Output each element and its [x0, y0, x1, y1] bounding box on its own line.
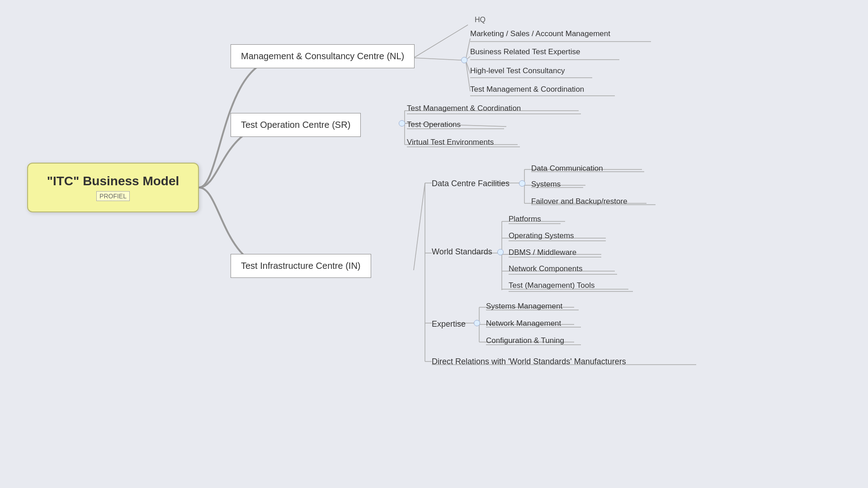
- leaf-network-comp: Network Components: [509, 264, 582, 273]
- branch-management-label: Management & Consultancy Centre (NL): [241, 51, 404, 61]
- leaf-dbms: DBMS / Middleware: [509, 248, 576, 257]
- leaf-platforms: Platforms: [509, 215, 541, 224]
- central-node-subtitle: PROFIEL: [96, 191, 130, 201]
- leaf-test-mgmt-tools: Test (Management) Tools: [509, 281, 595, 290]
- expand-test-operation[interactable]: [399, 120, 405, 127]
- sub-expertise: Expertise: [432, 319, 466, 329]
- expand-expertise[interactable]: [474, 320, 480, 326]
- sub-data-centre: Data Centre Facilities: [432, 179, 509, 188]
- leaf-network-mgmt: Network Management: [486, 319, 561, 328]
- branch-management[interactable]: Management & Consultancy Centre (NL): [231, 44, 415, 68]
- connectors-svg: [0, 0, 868, 488]
- mindmap-canvas: "ITC" Business Model PROFIEL Management …: [0, 0, 868, 488]
- svg-line-4: [466, 60, 470, 91]
- leaf-data-comm: Data Communication: [531, 164, 603, 173]
- leaf-systems: Systems: [531, 180, 561, 189]
- leaf-test-mgmt-coord: Test Management & Coordination: [407, 104, 521, 113]
- svg-line-1: [466, 38, 470, 60]
- leaf-config-tuning: Configuration & Tuning: [486, 336, 564, 345]
- leaf-marketing: Marketing / Sales / Account Management: [470, 29, 610, 38]
- leaf-test-operations: Test Operations: [407, 120, 461, 129]
- branch-test-infrastructure[interactable]: Test Infrastructure Centre (IN): [231, 254, 371, 278]
- expand-world-standards[interactable]: [497, 249, 504, 255]
- expand-data-centre[interactable]: [519, 180, 525, 187]
- central-node-title: "ITC" Business Model: [47, 174, 179, 188]
- leaf-failover: Failover and Backup/restore: [531, 197, 627, 206]
- svg-line-0: [414, 25, 468, 58]
- leaf-virtual-test: Virtual Test Environments: [407, 138, 494, 147]
- leaf-systems-mgmt: Systems Management: [486, 302, 562, 311]
- svg-line-18: [414, 183, 425, 270]
- branch-test-operation-label: Test Operation Centre (SR): [241, 120, 350, 130]
- sub-world-standards: World Standards: [432, 247, 492, 257]
- leaf-highlevel: High-level Test Consultancy: [470, 66, 565, 75]
- leaf-business-test: Business Related Test Expertise: [470, 47, 580, 56]
- leaf-os: Operating Systems: [509, 231, 574, 240]
- hq-label: HQ: [475, 16, 486, 24]
- central-node: "ITC" Business Model PROFIEL: [27, 163, 199, 212]
- sub-direct-relations: Direct Relations with 'World Standards' …: [432, 357, 626, 366]
- branch-test-infrastructure-label: Test Infrastructure Centre (IN): [241, 261, 361, 271]
- svg-line-5: [414, 58, 461, 60]
- leaf-test-mgmt-1: Test Management & Coordination: [470, 85, 584, 94]
- branch-test-operation[interactable]: Test Operation Centre (SR): [231, 113, 361, 137]
- expand-management[interactable]: [461, 57, 467, 63]
